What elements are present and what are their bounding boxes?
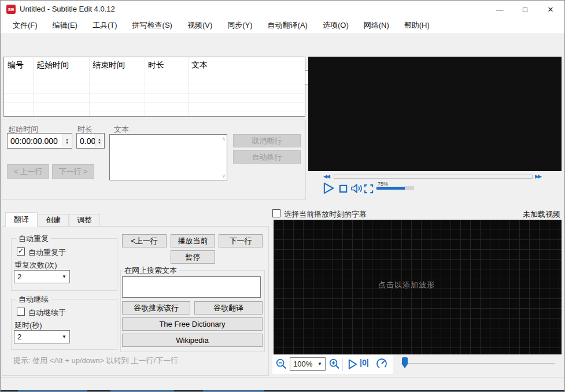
play-icon[interactable]: [322, 182, 335, 194]
next-line-button[interactable]: 下一行 >: [52, 164, 94, 179]
row-divider: [4, 112, 305, 112]
title-bar: SE Untitled - Subtitle Edit 4.0.12 — □ ✕: [1, 1, 564, 18]
menu-help[interactable]: 帮助(H): [397, 18, 437, 33]
menu-edit[interactable]: 编辑(E): [45, 18, 85, 33]
seek-back-icon[interactable]: ◀◀: [323, 173, 329, 179]
zoom-out-icon[interactable]: [275, 358, 287, 370]
close-button[interactable]: ✕: [541, 1, 560, 18]
menu-options[interactable]: 选项(O): [315, 18, 356, 33]
auto-repeat-group-label: 自动重复: [16, 234, 51, 244]
select-current-subtitle-label[interactable]: 选择当前播放时刻的字幕: [284, 209, 367, 220]
auto-continue-checkbox-label[interactable]: 自动继续于: [28, 308, 66, 318]
column-duration[interactable]: 时长: [148, 60, 164, 71]
seek-forward-icon[interactable]: ▶▶: [535, 173, 541, 179]
menu-sync[interactable]: 同步(Y): [220, 18, 260, 33]
free-dictionary-button[interactable]: The Free Dictionary: [122, 317, 263, 331]
spinner-updown-icon[interactable]: [95, 134, 104, 147]
repeat-count-select[interactable]: 2: [14, 270, 70, 283]
app-window: SE Untitled - Subtitle Edit 4.0.12 — □ ✕…: [0, 0, 565, 392]
next-line-nav-button[interactable]: 下一行: [219, 234, 263, 247]
menu-tools[interactable]: 工具(T): [85, 18, 125, 33]
minimize-button[interactable]: —: [490, 1, 509, 18]
tab-create[interactable]: 创建: [38, 214, 69, 227]
hint-text: 提示: 使用 <Alt + up/down> 以转到 上一行/下一行: [13, 356, 178, 366]
app-logo-icon: SE: [6, 5, 16, 14]
waveform-play-icon[interactable]: [347, 358, 358, 370]
scroll-down-icon[interactable]: [221, 173, 226, 179]
maximize-button[interactable]: □: [515, 1, 535, 18]
scroll-up-icon[interactable]: [221, 136, 226, 142]
status-bar: [1, 377, 564, 390]
volume-percent-label: 75%: [378, 181, 388, 187]
unbreak-button[interactable]: 取消断行: [233, 134, 301, 147]
subtitle-list[interactable]: 编号 起始时间 结束时间 时长 文本: [3, 57, 305, 117]
waveform-position-slider[interactable]: [401, 363, 555, 364]
chevron-down-icon: [62, 334, 67, 339]
volume-slider-remainder[interactable]: [405, 186, 414, 190]
column-divider: [89, 57, 90, 116]
go-to-start-icon[interactable]: |0|: [360, 358, 369, 367]
wikipedia-button[interactable]: Wikipedia: [122, 334, 263, 347]
subtitle-text-area[interactable]: [109, 134, 227, 180]
auto-repeat-checkbox-label[interactable]: 自动重复于: [28, 247, 66, 258]
menu-file[interactable]: 文件(F): [5, 18, 45, 33]
column-text[interactable]: 文本: [191, 60, 208, 71]
column-divider: [188, 57, 189, 116]
delay-select[interactable]: 2: [14, 330, 70, 343]
video-display[interactable]: [308, 57, 562, 171]
waveform-display[interactable]: 点击以添加波形: [274, 220, 562, 354]
menu-autotranslate[interactable]: 自动翻译(A): [260, 18, 315, 33]
tab-translate[interactable]: 翻译: [5, 212, 38, 227]
volume-slider[interactable]: [376, 187, 405, 190]
google-search-button[interactable]: 谷歌搜索该行: [122, 301, 190, 315]
waveform-zoom-select[interactable]: 100%: [290, 357, 326, 371]
zoom-in-icon[interactable]: [328, 358, 341, 370]
chevron-down-icon: [317, 361, 322, 367]
auto-continue-checkbox[interactable]: [17, 308, 25, 316]
column-divider: [33, 57, 34, 116]
start-time-input[interactable]: 00:00:00.000: [7, 133, 72, 149]
row-divider: [4, 93, 305, 94]
waveform-zoom-value: 100%: [293, 360, 312, 368]
autobreak-button[interactable]: 自动换行: [233, 150, 301, 164]
column-end[interactable]: 结束时间: [93, 60, 125, 71]
row-divider: [4, 84, 305, 84]
spinner-updown-icon[interactable]: [62, 134, 71, 147]
web-search-input[interactable]: [122, 276, 261, 298]
auto-continue-group-label: 自动继续: [16, 294, 51, 305]
column-start[interactable]: 起始时间: [36, 60, 69, 71]
toolbar-separator: [342, 358, 343, 371]
waveform-position-thumb[interactable]: [402, 357, 408, 368]
pause-button[interactable]: 暂停: [171, 250, 215, 264]
delay-value: 2: [17, 332, 21, 341]
window-title: Untitled - Subtitle Edit 4.0.12: [20, 5, 115, 13]
chevron-down-icon: [62, 274, 67, 279]
video-status-label: 未加载视频: [523, 209, 560, 220]
waveform-placeholder[interactable]: 点击以添加波形: [378, 280, 435, 290]
video-seek-bar[interactable]: [334, 175, 533, 179]
play-current-button[interactable]: 播放当前: [171, 234, 215, 247]
auto-repeat-checkbox[interactable]: [17, 247, 25, 256]
prev-line-nav-button[interactable]: <上一行: [122, 234, 167, 247]
menu-bar: 文件(F) 编辑(E) 工具(T) 拼写检查(S) 视频(V) 同步(Y) 自动…: [1, 18, 564, 34]
text-label: 文本: [114, 124, 129, 135]
menu-spellcheck[interactable]: 拼写检查(S): [125, 18, 180, 33]
start-time-value: 00:00:00.000: [10, 136, 58, 146]
column-divider: [145, 57, 145, 116]
volume-icon[interactable]: [350, 183, 363, 194]
menu-video[interactable]: 视频(V): [180, 18, 220, 33]
stop-icon[interactable]: [339, 184, 348, 193]
repeat-count-label: 重复次数(次): [14, 260, 57, 271]
previous-line-button[interactable]: < 上一行: [7, 164, 49, 179]
playback-speed-icon[interactable]: [375, 357, 388, 370]
delay-label: 延时(秒): [14, 320, 42, 331]
select-current-subtitle-checkbox[interactable]: [272, 209, 280, 217]
web-search-group-label: 在网上搜索文本: [122, 265, 179, 276]
repeat-count-value: 2: [17, 272, 21, 281]
fullscreen-icon[interactable]: [364, 184, 374, 194]
tab-adjust[interactable]: 调整: [69, 214, 100, 227]
menu-network[interactable]: 网络(N): [356, 18, 397, 33]
google-translate-button[interactable]: 谷歌翻译: [194, 301, 263, 315]
duration-input[interactable]: 0.000: [76, 133, 105, 149]
column-number[interactable]: 编号: [8, 60, 24, 71]
